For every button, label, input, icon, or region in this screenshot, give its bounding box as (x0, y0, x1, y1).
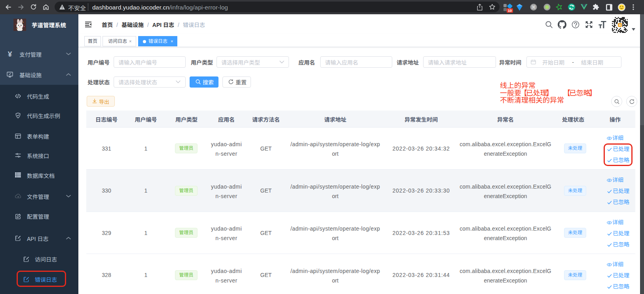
svg-text:⌘: ⌘ (532, 5, 536, 10)
svg-text:10: 10 (508, 9, 512, 13)
